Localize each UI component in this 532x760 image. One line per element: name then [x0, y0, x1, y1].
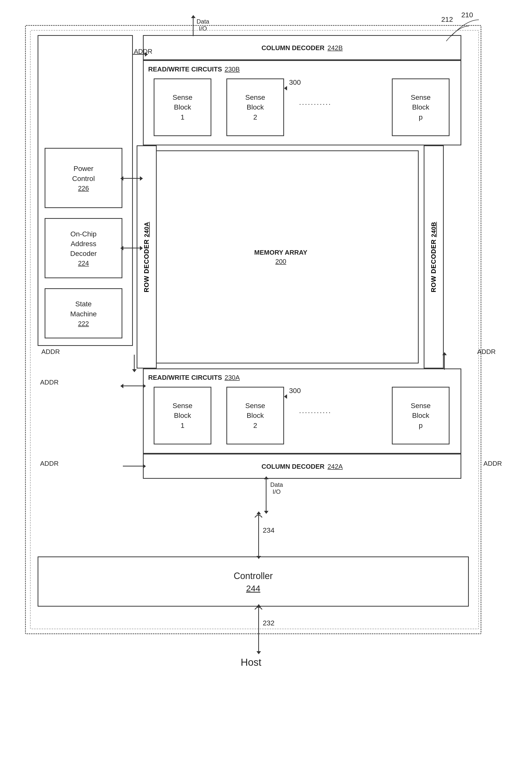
data-io-bottom-label: DataI/O — [270, 481, 283, 495]
controller-label: Controller — [234, 570, 273, 582]
column-decoder-b-box: COLUMN DECODER 242B — [143, 35, 461, 60]
column-decoder-b-label: COLUMN DECODER — [262, 44, 324, 52]
sense-block-2-a: SenseBlock2 — [226, 387, 284, 445]
rw-a-down-arrow — [134, 355, 135, 370]
on-chip-address-label: On-ChipAddressDecoder — [70, 229, 97, 259]
power-control-ref: 226 — [78, 184, 89, 192]
row-decoder-a-ref: 240A — [143, 221, 150, 237]
host-label: Host — [241, 657, 261, 668]
rw-circuits-b-label: READ/WRITE CIRCUITS — [148, 65, 222, 74]
row-decoder-a-box: ROW DECODER 240A — [137, 145, 157, 368]
power-control-label: PowerControl — [72, 164, 95, 183]
rw-circuits-a-box: READ/WRITE CIRCUITS 230A SenseBlock1 Sen… — [143, 368, 461, 454]
sense-block-p-a: SenseBlockp — [392, 387, 450, 445]
sense-block-1-b-label: SenseBlock1 — [172, 92, 192, 122]
row-decoder-b-label: ROW DECODER 240B — [430, 221, 438, 292]
addr-col-a-arrow — [123, 466, 143, 466]
power-control-arrow — [123, 178, 140, 179]
connector-234-arrow — [258, 514, 259, 556]
row-decoder-b-ref: 240B — [430, 221, 437, 237]
controller-box: Controller 244 — [38, 556, 469, 607]
sense-block-1-a: SenseBlock1 — [154, 387, 211, 445]
connector-232-arrow — [258, 607, 259, 652]
memory-array-box: MEMORY ARRAY 200 — [143, 150, 419, 363]
ref-curve-210 — [426, 19, 481, 39]
addr-right-top-label: ADDR — [477, 348, 496, 356]
page: 212 210 CONTROL CIRCUITRY 220 PowerContr… — [0, 0, 532, 760]
column-decoder-a-ref: 242A — [327, 463, 343, 470]
sense-block-p-a-label: SenseBlockp — [411, 401, 430, 430]
rw-circuits-b-ref: 230B — [225, 66, 240, 73]
addr-col-a-label: ADDR — [40, 460, 59, 467]
arc-232 — [255, 605, 262, 610]
state-machine-ref: 222 — [78, 320, 89, 328]
sense-block-1-a-label: SenseBlock1 — [172, 401, 192, 430]
memory-array-ref: 200 — [275, 258, 286, 265]
sense-block-2-a-label: SenseBlock2 — [245, 401, 265, 430]
connector-232-label: 232 — [263, 619, 274, 627]
on-chip-address-ref: 224 — [78, 260, 89, 267]
ref-210: 210 — [461, 11, 473, 19]
sense-block-p-b: SenseBlockp — [392, 78, 450, 136]
connector-234-label: 234 — [263, 526, 274, 534]
state-machine-label: StateMachine — [70, 299, 97, 318]
data-io-top-label: DataI/O — [197, 18, 209, 32]
addr-rw-a-label: ADDR — [40, 378, 59, 386]
controller-ref: 244 — [246, 584, 261, 593]
dots-a: ........... — [299, 407, 332, 415]
power-control-box: PowerControl 226 — [45, 148, 122, 208]
addr-rw-a-label-top: ADDR — [41, 348, 60, 356]
data-io-top-arrow — [193, 18, 194, 36]
ref-300-b: 300 — [289, 78, 301, 86]
arc-234 — [255, 513, 262, 518]
row-decoder-b-addr-up-arrow — [444, 355, 445, 370]
arrow-300-b — [284, 86, 287, 90]
data-io-bottom-arrow — [266, 479, 266, 511]
sense-block-p-b-label: SenseBlockp — [411, 92, 430, 122]
ref-300-a: 300 — [289, 387, 301, 395]
on-chip-addr-arrow — [123, 248, 140, 248]
addr-top-label: ADDR — [134, 48, 152, 55]
addr-rw-a-arrow — [123, 386, 143, 386]
sense-block-1-b: SenseBlock1 — [154, 78, 211, 136]
arrow-300-a — [284, 394, 287, 399]
row-decoder-a-label: ROW DECODER 240A — [143, 221, 151, 292]
sense-block-2-b-label: SenseBlock2 — [245, 92, 265, 122]
column-decoder-a-label: COLUMN DECODER — [262, 462, 324, 471]
column-decoder-b-ref: 242B — [327, 44, 343, 52]
addr-right-bottom-label: ADDR — [483, 460, 502, 467]
rw-circuits-a-label: READ/WRITE CIRCUITS — [148, 373, 222, 382]
dots-b: ........... — [299, 99, 332, 107]
column-decoder-a-box: COLUMN DECODER 242A — [143, 454, 461, 479]
memory-array-label: MEMORY ARRAY — [254, 248, 307, 257]
state-machine-box: StateMachine 222 — [45, 288, 122, 338]
on-chip-address-decoder-box: On-ChipAddressDecoder 224 — [45, 218, 122, 278]
sense-block-2-b: SenseBlock2 — [226, 78, 284, 136]
rw-circuits-b-box: READ/WRITE CIRCUITS 230B SenseBlock1 Sen… — [143, 60, 461, 145]
rw-circuits-a-ref: 230A — [225, 374, 240, 382]
row-decoder-b-box: ROW DECODER 240B — [424, 145, 444, 368]
